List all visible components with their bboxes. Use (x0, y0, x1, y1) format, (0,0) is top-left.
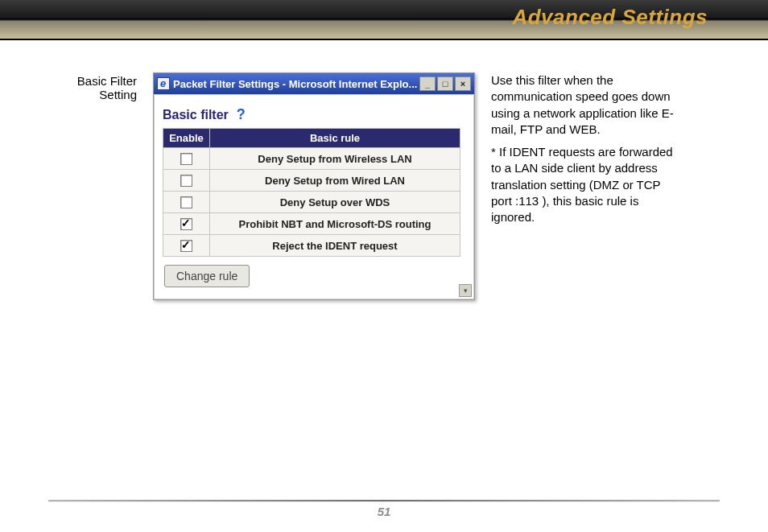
window-title: Packet Filter Settings - Microsoft Inter… (173, 78, 419, 90)
minimize-button[interactable]: _ (419, 76, 436, 91)
rule-label: Deny Setup from Wired LAN (210, 170, 460, 192)
maximize-button[interactable]: □ (437, 76, 453, 91)
rule-label: Prohibit NBT and Microsoft-DS routing (210, 213, 460, 235)
description: Use this filter when the communication s… (491, 72, 676, 300)
rules-table: Enable Basic rule Deny Setup from Wirele… (163, 128, 460, 257)
section-label-line1: Basic Filter (77, 74, 137, 88)
checkbox[interactable] (180, 175, 192, 187)
page-number: 51 (378, 505, 391, 518)
window-titlebar[interactable]: Packet Filter Settings - Microsoft Inter… (154, 73, 474, 94)
section-label-line2: Setting (99, 88, 137, 101)
table-row: Reject the IDENT request (163, 235, 460, 257)
checkbox[interactable] (180, 218, 192, 230)
header-band: Advanced Settings (0, 0, 768, 39)
page-title: Advanced Settings (512, 5, 708, 30)
footer-divider (48, 500, 720, 501)
window-buttons: _ □ × (419, 76, 471, 91)
help-icon[interactable]: ? (237, 106, 246, 123)
browser-window: Packet Filter Settings - Microsoft Inter… (153, 72, 475, 300)
page-footer: 51 (48, 500, 720, 519)
filter-section-header: Basic filter ? (163, 106, 465, 123)
table-row: Prohibit NBT and Microsoft-DS routing (163, 213, 460, 235)
rule-label: Deny Setup over WDS (210, 192, 460, 213)
change-rule-button[interactable]: Change rule (164, 265, 250, 287)
window-body: Basic filter ? Enable Basic rule Deny Se… (154, 94, 474, 299)
description-p2: * If IDENT requests are forwarded to a L… (491, 144, 676, 225)
col-rule: Basic rule (210, 129, 460, 148)
checkbox[interactable] (180, 196, 192, 208)
rule-label: Reject the IDENT request (210, 235, 460, 257)
rule-label: Deny Setup from Wireless LAN (210, 148, 460, 170)
checkbox[interactable] (180, 153, 192, 165)
filter-section-title: Basic filter (163, 108, 229, 122)
content-area: Basic Filter Setting Packet Filter Setti… (0, 40, 768, 300)
section-label: Basic Filter Setting (48, 72, 137, 300)
ie-icon (157, 77, 170, 90)
table-row: Deny Setup from Wireless LAN (163, 148, 460, 170)
table-row: Deny Setup over WDS (163, 192, 460, 213)
close-button[interactable]: × (455, 76, 471, 91)
table-row: Deny Setup from Wired LAN (163, 170, 460, 192)
checkbox[interactable] (180, 240, 192, 252)
col-enable: Enable (163, 129, 210, 148)
scroll-down-icon[interactable]: ▾ (459, 284, 472, 297)
description-p1: Use this filter when the communication s… (491, 72, 676, 138)
